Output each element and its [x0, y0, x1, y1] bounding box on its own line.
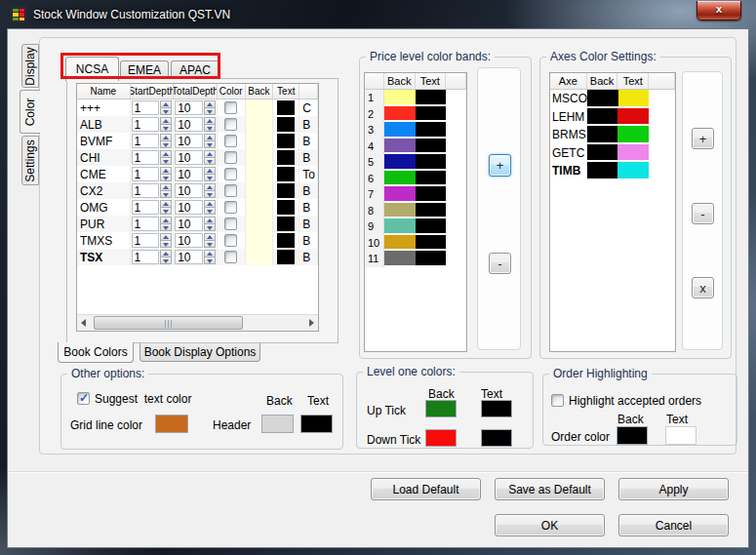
- total-depth-spinner[interactable]: 10: [175, 117, 216, 132]
- spin-up-icon[interactable]: [204, 233, 216, 240]
- price-bands-remove-button[interactable]: -: [489, 253, 511, 274]
- price-band-row[interactable]: 7: [365, 186, 466, 203]
- axe-text-swatch[interactable]: [617, 126, 649, 144]
- spin-down-icon[interactable]: [204, 190, 216, 198]
- axes-row[interactable]: TIMB: [550, 162, 675, 180]
- color-checkbox[interactable]: [224, 218, 237, 230]
- back-color-swatch[interactable]: [246, 166, 274, 182]
- spin-down-icon[interactable]: [204, 140, 216, 148]
- price-band-row[interactable]: 3: [365, 122, 466, 139]
- color-checkbox[interactable]: [224, 118, 237, 131]
- side-tab-color[interactable]: Color: [20, 90, 40, 134]
- tab-book-display-options[interactable]: Book Display Options: [139, 343, 260, 362]
- spin-down-icon[interactable]: [160, 107, 172, 115]
- color-checkbox[interactable]: [224, 234, 237, 247]
- axes-delete-button[interactable]: x: [692, 277, 714, 298]
- band-text-swatch[interactable]: [416, 186, 447, 203]
- band-text-swatch[interactable]: [416, 139, 447, 155]
- scroll-left-arrow-icon[interactable]: [77, 315, 90, 331]
- back-color-swatch[interactable]: [246, 116, 274, 133]
- axe-text-swatch[interactable]: [617, 108, 649, 127]
- axe-back-swatch[interactable]: [587, 162, 618, 180]
- axes-row[interactable]: GETC: [550, 144, 675, 163]
- spin-down-icon[interactable]: [160, 207, 172, 215]
- total-depth-spinner[interactable]: 10: [175, 217, 216, 231]
- start-depth-spinner[interactable]: 1: [132, 167, 173, 181]
- band-back-swatch[interactable]: [384, 106, 416, 123]
- axes-row[interactable]: LEHM: [550, 108, 675, 127]
- table-row[interactable]: BVMF110B: [77, 133, 318, 149]
- spin-down-icon[interactable]: [160, 174, 172, 181]
- price-band-row[interactable]: 6: [365, 171, 466, 187]
- price-bands-add-button[interactable]: +: [489, 154, 511, 177]
- back-color-swatch[interactable]: [246, 199, 274, 216]
- back-color-swatch[interactable]: [246, 133, 274, 149]
- spin-up-icon[interactable]: [204, 134, 216, 140]
- back-color-swatch[interactable]: [246, 99, 274, 116]
- color-checkbox[interactable]: [224, 101, 237, 114]
- down-tick-back-swatch[interactable]: [425, 429, 457, 447]
- ok-button[interactable]: OK: [495, 514, 605, 536]
- horizontal-scrollbar[interactable]: [77, 314, 318, 331]
- order-back-swatch[interactable]: [617, 426, 648, 445]
- band-back-swatch[interactable]: [384, 122, 416, 139]
- band-back-swatch[interactable]: [384, 186, 416, 203]
- total-depth-spinner[interactable]: 10: [175, 150, 216, 165]
- band-back-swatch[interactable]: [384, 139, 416, 155]
- total-depth-spinner[interactable]: 10: [175, 200, 216, 215]
- spin-up-icon[interactable]: [160, 134, 172, 140]
- spin-up-icon[interactable]: [204, 200, 216, 207]
- total-depth-spinner[interactable]: 10: [175, 233, 216, 248]
- start-depth-spinner[interactable]: 1: [132, 100, 173, 115]
- total-depth-spinner[interactable]: 10: [175, 250, 216, 264]
- text-color-cell[interactable]: [273, 149, 299, 166]
- text-color-cell[interactable]: [273, 133, 299, 149]
- spin-down-icon[interactable]: [204, 207, 216, 215]
- scrollbar-thumb[interactable]: [94, 316, 243, 330]
- spin-up-icon[interactable]: [160, 217, 172, 223]
- back-color-swatch[interactable]: [246, 182, 274, 199]
- start-depth-spinner[interactable]: 1: [132, 134, 173, 148]
- text-color-cell[interactable]: [273, 249, 299, 265]
- spin-down-icon[interactable]: [160, 190, 172, 198]
- band-text-swatch[interactable]: [416, 235, 447, 252]
- text-color-cell[interactable]: [273, 182, 299, 199]
- region-tab-emea[interactable]: EMEA: [120, 60, 169, 78]
- header-back-swatch[interactable]: [261, 415, 294, 433]
- total-depth-spinner[interactable]: 10: [175, 183, 216, 198]
- axe-text-swatch[interactable]: [617, 144, 649, 163]
- spin-up-icon[interactable]: [160, 100, 172, 107]
- spin-down-icon[interactable]: [204, 124, 216, 132]
- band-text-swatch[interactable]: [416, 90, 447, 106]
- axes-remove-button[interactable]: -: [692, 203, 714, 224]
- back-color-swatch[interactable]: [246, 249, 274, 265]
- text-color-cell[interactable]: [273, 199, 299, 216]
- spin-down-icon[interactable]: [160, 124, 172, 132]
- back-color-swatch[interactable]: [246, 216, 274, 232]
- axes-row[interactable]: MSCO: [550, 90, 675, 108]
- down-tick-text-swatch[interactable]: [481, 429, 512, 447]
- start-depth-spinner[interactable]: 1: [132, 200, 173, 215]
- region-tab-apac[interactable]: APAC: [171, 60, 219, 78]
- spin-up-icon[interactable]: [204, 167, 216, 174]
- band-back-swatch[interactable]: [384, 203, 416, 219]
- price-band-row[interactable]: 10: [365, 235, 466, 252]
- axe-text-swatch[interactable]: [617, 162, 649, 180]
- spin-down-icon[interactable]: [204, 174, 216, 181]
- price-band-row[interactable]: 1: [365, 90, 466, 106]
- order-text-swatch[interactable]: [665, 426, 696, 445]
- band-back-swatch[interactable]: [384, 171, 416, 187]
- spin-down-icon[interactable]: [160, 257, 172, 264]
- color-checkbox[interactable]: [224, 201, 237, 214]
- color-checkbox[interactable]: [224, 251, 237, 263]
- band-back-swatch[interactable]: [384, 154, 416, 171]
- apply-button[interactable]: Apply: [618, 478, 729, 500]
- spin-up-icon[interactable]: [160, 200, 172, 207]
- text-color-cell[interactable]: [273, 216, 299, 232]
- table-row[interactable]: ALB110B: [77, 116, 318, 133]
- band-text-swatch[interactable]: [416, 106, 447, 123]
- save-as-default-button[interactable]: Save as Default: [495, 478, 605, 500]
- header-text-swatch[interactable]: [300, 415, 333, 433]
- up-tick-text-swatch[interactable]: [481, 400, 512, 417]
- table-row[interactable]: PUR110B: [77, 216, 318, 232]
